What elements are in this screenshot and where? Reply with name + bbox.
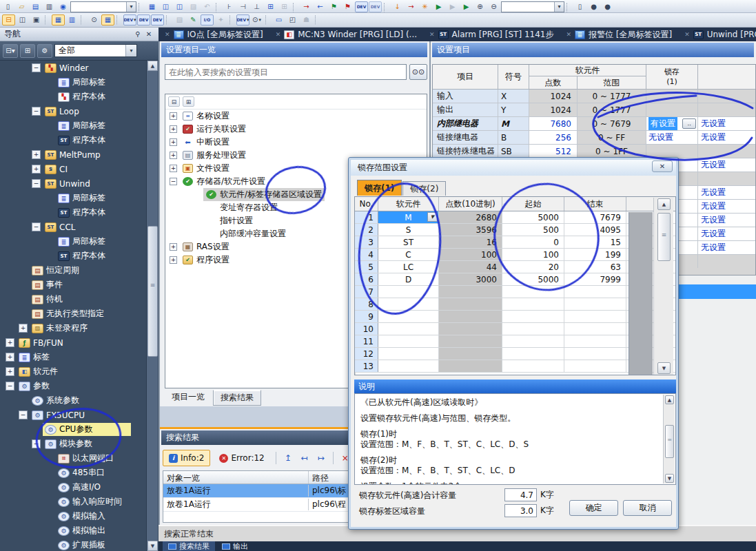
pause-icon[interactable]: ▶ [446,1,459,12]
ok-button[interactable]: 确定 [569,500,618,516]
window-rotate-icon[interactable]: ◰ [286,14,299,25]
start-cell[interactable] [502,348,564,360]
page-icon[interactable]: ▯ [573,1,586,12]
tree-expander-icon[interactable] [32,179,41,188]
grid-view2-icon[interactable]: ⊞ [278,1,291,12]
tree-expander-icon[interactable] [170,243,177,251]
nav-tree-item[interactable]: CCL [0,220,146,234]
latch2-cell[interactable] [698,103,755,116]
separator[interactable] [116,15,121,25]
tab-close-icon[interactable]: ✕ [429,31,435,38]
tree-expander-icon[interactable] [19,295,28,304]
start-cell[interactable]: 500 [502,224,564,236]
tree-expander-icon[interactable] [32,107,41,116]
nav-tree-item[interactable]: 扩展插板 [0,538,146,551]
tab-output[interactable]: 输出 [216,541,254,551]
jump-next-icon[interactable]: → [300,1,313,12]
separator[interactable] [265,15,270,25]
jump-prev-icon[interactable]: ↤ [298,451,311,465]
device-cell[interactable] [378,348,439,360]
end-cell[interactable] [564,286,626,298]
tree-expander-icon[interactable] [6,338,14,347]
end-cell[interactable] [564,311,626,322]
column-object[interactable]: 对象一览 [163,471,309,484]
scrollbar-thumb[interactable] [665,425,674,458]
points-cell[interactable]: 2680 [439,211,502,223]
tree-expander-icon[interactable] [45,454,54,463]
description-scrollbar[interactable]: ▲ ▼ [663,395,675,484]
jump-top-icon[interactable]: ↥ [281,451,295,465]
new-doc-icon[interactable]: ▯ [1,1,14,12]
nav-tree-item[interactable]: 局部标签 [0,118,146,133]
nav-tree-item[interactable]: CI [0,162,146,176]
cut-icon[interactable]: ▨ [187,1,200,12]
latch1-cell[interactable] [646,90,698,103]
device-find-icon[interactable]: DEV [355,1,368,12]
cancel-button[interactable]: 取消 [623,500,672,516]
tree-expander-icon[interactable] [45,526,54,535]
tree-collapse-icon[interactable]: ⊞ [20,44,35,58]
tree-expander-icon[interactable] [19,396,28,405]
nav-tree-item[interactable]: 恒定周期 [0,263,146,278]
start-cell[interactable]: 5000 [502,211,564,223]
jump-prev-icon[interactable]: ← [314,1,327,12]
nav-filter-combobox[interactable]: 全部 [54,44,137,57]
nav-tree-item[interactable]: 输入响应时间 [0,495,146,509]
ladder-open-icon[interactable]: ⊦ [223,1,236,12]
tab-close-icon[interactable]: ✕ [276,31,281,38]
start-cell[interactable]: 100 [502,249,564,260]
binoculars-icon[interactable]: ⊙ [88,14,101,25]
latch2-cell[interactable] [698,145,755,158]
end-cell[interactable] [564,298,626,310]
nav-scrollbar-thumb[interactable] [147,226,158,357]
tree-expander-icon[interactable] [170,165,177,172]
save-icon[interactable]: ▤ [29,1,42,12]
info-filter-button[interactable]: iInfo:2 [163,450,210,466]
separator[interactable] [315,15,320,25]
ladder-close-icon[interactable]: ⊣ [236,1,249,12]
tree-filter-icon[interactable]: ⊟▾ [3,44,18,58]
tree-expander-icon[interactable] [6,353,14,362]
nav-tree-item[interactable]: FB/FUN [0,335,146,350]
zoom-combo[interactable] [501,1,564,12]
scrollbar-thumb[interactable] [657,213,671,261]
scroll-down-icon[interactable]: ▼ [147,541,158,551]
document-tab[interactable]: ✕ MC:N3 Winder [PRG] [LD] (... [269,28,423,41]
nav-tree-item[interactable]: CPU参数 [0,422,146,437]
module-chip-icon[interactable]: ▣ [30,14,43,25]
points-cell[interactable]: 44 [439,261,502,273]
tree-expander-icon[interactable] [45,541,54,550]
latch2-cell[interactable] [698,90,755,103]
tab-close-icon[interactable]: ✕ [165,31,170,38]
points-cell[interactable] [439,298,502,310]
latch2-cell[interactable] [698,255,755,268]
device-watch-icon[interactable]: DEV [236,14,249,25]
find-device-icon[interactable]: ⊙ [250,14,263,25]
tree-expander-icon[interactable] [32,222,41,231]
nav-tree-item[interactable]: Unwind [0,176,146,191]
flag-find-icon[interactable]: ⚑ [327,1,340,12]
download-icon[interactable]: ↓ [391,1,404,12]
device-cell[interactable]: C [378,249,439,260]
project-combo[interactable] [70,1,136,12]
start-cell[interactable] [502,360,564,372]
nav-tree-item[interactable]: Winder [0,61,146,75]
tree-expander-icon[interactable] [19,324,28,333]
zoom-out-icon[interactable]: ⊖ [487,1,500,12]
device-cell[interactable] [378,286,439,298]
nav-tree-item[interactable]: 程序本体 [0,90,146,104]
start-cell[interactable] [502,286,564,298]
device-cell[interactable] [378,335,439,347]
latch2-cell[interactable]: 无设置 [698,214,755,227]
user-icon[interactable]: ☗ [300,14,313,25]
label-edit-icon[interactable]: ✎ [187,14,200,25]
device-cell[interactable] [378,298,439,310]
nav-tree-item[interactable]: 事件 [0,278,146,292]
scroll-down-icon[interactable]: ▼ [665,474,674,483]
document-tab[interactable]: ✕ Unwind [PRG] [678,28,756,41]
copy2-icon[interactable]: ◫ [173,1,186,12]
tree-expander-icon[interactable] [45,208,54,217]
tab-search-result-bottom[interactable]: 搜索结果 [163,541,215,551]
points-cell[interactable]: 3000 [439,273,502,285]
run-icon[interactable]: ▶ [432,1,445,12]
